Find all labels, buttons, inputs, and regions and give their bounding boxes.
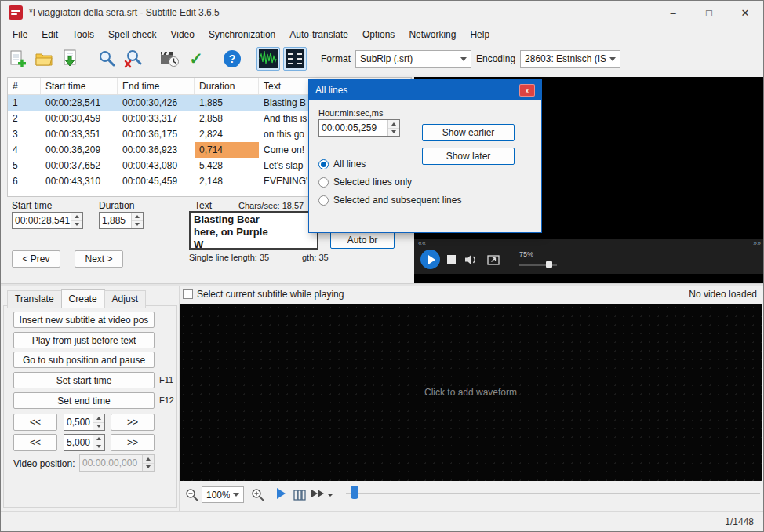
play-before-text-button[interactable]: Play from just before text <box>13 332 155 348</box>
minimize-button[interactable]: – <box>655 1 691 24</box>
spin-down-button[interactable] <box>93 443 104 451</box>
fullscreen-icon[interactable] <box>486 252 501 268</box>
radio-selected-and-subsequent[interactable]: Selected and subsequent lines <box>318 195 461 206</box>
select-current-subtitle-checkbox[interactable] <box>183 289 193 299</box>
cell-start: 00:00:33,351 <box>41 126 118 142</box>
visual-sync-button[interactable] <box>158 47 181 71</box>
large-step-spinner[interactable]: 5,000 <box>64 434 105 451</box>
dialog-close-button[interactable]: x <box>519 84 535 97</box>
menu-options[interactable]: Options <box>355 26 402 43</box>
set-start-time-button[interactable]: Set start time <box>13 372 155 388</box>
column-header-end[interactable]: End time <box>118 78 195 94</box>
menu-tools[interactable]: Tools <box>65 26 101 43</box>
chevron-down-icon[interactable] <box>327 494 333 497</box>
grid-view-icon[interactable] <box>293 488 307 502</box>
tab-adjust[interactable]: Adjust <box>104 290 146 308</box>
new-file-icon <box>7 49 27 69</box>
small-step-spinner[interactable]: 0,500 <box>64 414 105 431</box>
prev-button[interactable]: < Prev <box>12 250 60 268</box>
radio-label: Selected lines only <box>333 177 412 188</box>
volume-thumb[interactable] <box>546 261 552 268</box>
help-button[interactable]: ? <box>220 47 244 71</box>
menu-auto-translate[interactable]: Auto-translate <box>282 26 355 43</box>
seek-back-icon[interactable]: «« <box>418 239 426 247</box>
text-label: Text <box>195 200 212 211</box>
forward-small-button[interactable]: >> <box>111 414 155 431</box>
chevron-down-icon <box>609 57 616 61</box>
dialog-titlebar[interactable]: All lines x <box>309 80 541 100</box>
spin-down-button[interactable] <box>132 221 143 229</box>
replace-button[interactable] <box>122 47 145 71</box>
spell-check-button[interactable]: ✓ <box>184 47 208 71</box>
menu-edit[interactable]: Edit <box>35 26 65 43</box>
radio-all-lines[interactable]: All lines <box>318 159 366 169</box>
cell-number: 1 <box>8 95 41 111</box>
spin-up-button[interactable] <box>93 414 104 423</box>
play-button[interactable] <box>420 250 440 269</box>
menu-help[interactable]: Help <box>463 26 497 43</box>
volume-slider[interactable] <box>519 261 557 268</box>
radio-selected-lines-only[interactable]: Selected lines only <box>318 177 412 188</box>
menu-networking[interactable]: Networking <box>402 26 463 43</box>
set-end-time-button[interactable]: Set end time <box>13 392 155 409</box>
waveform-position-track[interactable] <box>346 493 760 494</box>
app-logo-icon <box>9 5 23 20</box>
seek-forward-icon[interactable]: »» <box>753 239 761 247</box>
rewind-small-button[interactable]: << <box>13 414 57 431</box>
spin-down-button[interactable] <box>388 129 399 137</box>
f11-shortcut-label: F11 <box>159 375 173 384</box>
waveform-zoom-combobox[interactable]: 100% <box>202 486 244 503</box>
zoom-in-icon[interactable] <box>250 487 266 503</box>
insert-subtitle-button[interactable]: Insert new subtitle at video pos <box>13 312 155 328</box>
rewind-large-button[interactable]: << <box>13 434 57 451</box>
spin-down-button[interactable] <box>93 423 104 431</box>
waveform-position-thumb[interactable] <box>351 486 358 499</box>
stop-button[interactable] <box>447 255 456 264</box>
maximize-button[interactable]: □ <box>691 1 727 24</box>
zoom-out-icon[interactable] <box>184 487 200 503</box>
goto-sub-position-button[interactable]: Go to sub position and pause <box>13 352 155 368</box>
fast-forward-button[interactable] <box>311 490 324 497</box>
subtitle-text-editor[interactable]: Blasting Bear here, on Purple W <box>189 211 318 250</box>
find-button[interactable] <box>95 47 118 71</box>
close-button[interactable]: ✕ <box>727 1 763 24</box>
spin-up-button[interactable] <box>93 435 104 443</box>
format-combobox[interactable]: SubRip (.srt) <box>355 50 471 68</box>
menu-spell-check[interactable]: Spell check <box>101 26 163 43</box>
open-file-button[interactable] <box>32 47 56 71</box>
cell-start: 00:00:43,310 <box>41 173 118 189</box>
waveform-play-button[interactable] <box>277 488 286 499</box>
menu-video[interactable]: Video <box>163 26 201 43</box>
cell-end: 00:00:36,175 <box>118 126 195 142</box>
forward-large-button[interactable]: >> <box>111 434 155 451</box>
spin-down-button[interactable] <box>71 221 82 229</box>
encoding-combobox[interactable]: 28603: Estnisch (ISO <box>520 50 620 68</box>
horizontal-splitter[interactable] <box>1 283 763 286</box>
column-header-start[interactable]: Start time <box>41 78 118 94</box>
toggle-waveform-button[interactable] <box>256 47 280 71</box>
spin-up-button[interactable] <box>71 213 82 221</box>
show-earlier-button[interactable]: Show earlier <box>422 124 515 141</box>
toggle-video-button[interactable] <box>283 47 307 71</box>
save-button[interactable] <box>59 47 82 71</box>
duration-spinner[interactable]: 1,885 <box>99 212 144 229</box>
new-file-button[interactable] <box>5 47 29 71</box>
cell-duration: 2,148 <box>195 173 259 189</box>
speaker-icon[interactable] <box>463 252 478 268</box>
waveform-area[interactable]: Click to add waveform <box>180 304 762 481</box>
tab-create[interactable]: Create <box>61 289 105 308</box>
auto-br-button[interactable]: Auto br <box>330 231 395 249</box>
menu-synchronization[interactable]: Synchronization <box>202 26 282 43</box>
column-header-number[interactable]: # <box>8 78 41 94</box>
start-time-spinner[interactable]: 00:00:28,541 <box>12 212 83 229</box>
spin-up-button[interactable] <box>132 213 143 221</box>
spin-up-button[interactable] <box>388 120 399 129</box>
menu-file[interactable]: File <box>5 26 35 43</box>
column-header-duration[interactable]: Duration <box>195 78 259 94</box>
tab-translate[interactable]: Translate <box>7 290 62 308</box>
adjust-time-spinner[interactable]: 00:00:05,259 <box>318 119 400 137</box>
titlebar: *I viaggiatori della sera.srt - Subtitle… <box>1 1 763 24</box>
next-button[interactable]: Next > <box>75 250 123 268</box>
select-current-subtitle-label: Select current subtitle while playing <box>197 289 344 300</box>
show-later-button[interactable]: Show later <box>422 148 515 165</box>
